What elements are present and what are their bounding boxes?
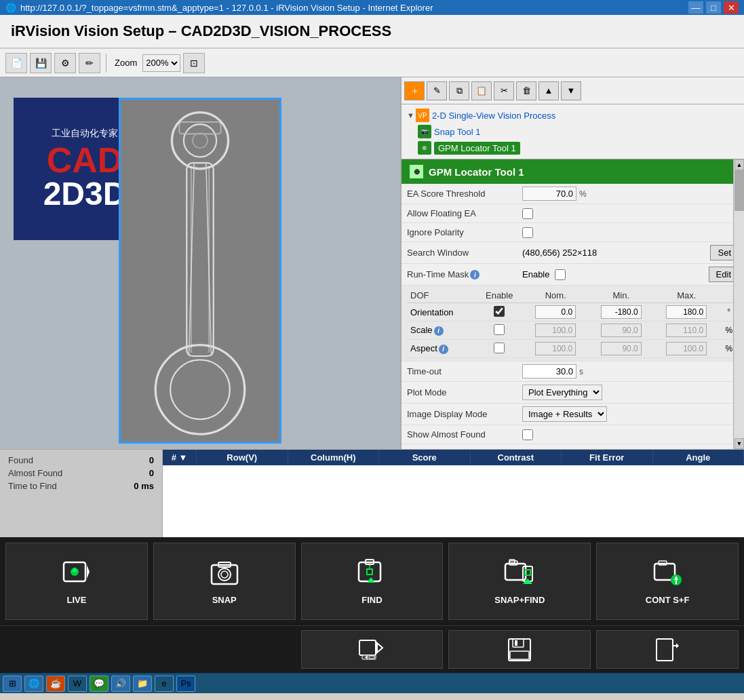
- minimize-button[interactable]: —: [688, 1, 703, 14]
- taskbar-ie[interactable]: e: [155, 676, 174, 692]
- image-panel: 工业自动化专家 CAD 2D3D: [0, 77, 400, 449]
- tree-vision-icon: VP: [416, 109, 429, 122]
- aspect-max-input[interactable]: 100.0: [666, 342, 707, 355]
- ea-score-unit: %: [579, 189, 587, 199]
- scale-checkbox[interactable]: [494, 324, 505, 335]
- time-value: 0 ms: [134, 481, 154, 491]
- timeout-label: Time-out: [407, 366, 522, 376]
- dof-col-header: DOF: [407, 288, 475, 303]
- close-button[interactable]: ✕: [724, 1, 739, 14]
- aspect-nom-input[interactable]: 100.0: [535, 342, 576, 355]
- live-icon: [61, 558, 92, 589]
- runtime-mask-checkbox[interactable]: [555, 269, 566, 280]
- empty-btn-1: [5, 630, 148, 669]
- timeout-value: 30.0 s: [522, 364, 739, 378]
- zoom-select[interactable]: 200% 50% 100% 150% 300% 400%: [142, 54, 180, 72]
- aspect-min-input[interactable]: 90.0: [601, 342, 642, 355]
- time-label: Time to Find: [8, 481, 57, 491]
- col-row: Row(V): [197, 450, 288, 465]
- image-display-select[interactable]: Image + Results Image Only Results Only: [522, 406, 607, 422]
- taskbar-java[interactable]: ☕: [46, 676, 65, 692]
- plot-mode-row: Plot Mode Plot Everything No Plot Plot F…: [402, 382, 744, 404]
- copy-button[interactable]: ⧉: [449, 81, 469, 100]
- taskbar-audio[interactable]: 🔊: [111, 676, 130, 692]
- snap-find-button[interactable]: SNAP+FIND: [448, 543, 591, 620]
- timeout-unit: s: [579, 367, 583, 376]
- scroll-thumb[interactable]: [735, 170, 744, 211]
- settings-button[interactable]: ⚙: [54, 53, 76, 73]
- tree-snap-icon: 📷: [418, 125, 431, 138]
- ignore-polarity-row: Ignore Polarity: [402, 223, 744, 242]
- svg-rect-41: [513, 639, 524, 647]
- timeout-input[interactable]: 30.0: [522, 364, 576, 378]
- aspect-checkbox[interactable]: [494, 343, 505, 353]
- cont-sf-icon: [652, 558, 683, 589]
- scroll-down-arrow[interactable]: ▼: [735, 438, 744, 449]
- new-button[interactable]: 📄: [5, 53, 27, 73]
- scale-label: Scalei: [407, 322, 475, 340]
- scroll-up-arrow[interactable]: ▲: [735, 159, 744, 170]
- orientation-label: Orientation: [407, 303, 475, 322]
- properties-scrollbar[interactable]: ▲ ▼: [733, 159, 744, 449]
- scale-min-input[interactable]: 90.0: [601, 324, 642, 337]
- extra-bottom-toolbar: [0, 625, 744, 673]
- taskbar-word[interactable]: W: [68, 676, 87, 692]
- ignore-polarity-checkbox[interactable]: [522, 227, 533, 238]
- cont-sf-button[interactable]: CONT S+F: [596, 543, 739, 620]
- allow-floating-ea-checkbox[interactable]: [522, 208, 533, 219]
- tree-gpm-item[interactable]: ⊕ GPM Locator Tool 1: [404, 140, 741, 156]
- ea-score-input[interactable]: 70.0: [522, 187, 576, 201]
- cut-button[interactable]: ✂: [494, 81, 514, 100]
- pointer-button[interactable]: ✏: [79, 53, 100, 73]
- live-button[interactable]: LIVE: [5, 543, 148, 620]
- move-up-button[interactable]: ▲: [539, 81, 559, 100]
- title-bar-text: http://127.0.0.1/?_toppage=vsfrmn.stm&_a…: [20, 3, 433, 13]
- taskbar-folder[interactable]: 📁: [133, 676, 152, 692]
- fit-button[interactable]: ⊡: [183, 53, 205, 73]
- found-value: 0: [149, 455, 154, 465]
- paste-button[interactable]: 📋: [471, 81, 492, 100]
- orientation-max-input[interactable]: 180.0: [666, 305, 707, 319]
- svg-point-3: [155, 345, 244, 434]
- delete-button[interactable]: 🗑: [516, 81, 536, 100]
- aspect-enable-cell: [475, 340, 523, 358]
- scale-max-input[interactable]: 110.0: [666, 324, 707, 337]
- plot-mode-select[interactable]: Plot Everything No Plot Plot Found: [522, 385, 602, 400]
- save-button[interactable]: 💾: [30, 53, 52, 73]
- taskbar-chrome[interactable]: 🌐: [24, 676, 43, 692]
- found-row: Found 0: [8, 455, 154, 465]
- col-contrast: Contrast: [471, 450, 562, 465]
- start-button[interactable]: ⊞: [3, 676, 22, 692]
- export-button[interactable]: [596, 630, 739, 669]
- runtime-mask-row: Run-Time Maski Enable Edit: [402, 264, 744, 286]
- taskbar-ps[interactable]: Ps: [176, 676, 195, 692]
- ea-score-value: 70.0 %: [522, 187, 739, 201]
- save-data-button[interactable]: [448, 630, 591, 669]
- orientation-max-cell: 180.0: [654, 303, 719, 322]
- move-down-button[interactable]: ▼: [561, 81, 581, 100]
- maximize-button[interactable]: □: [706, 1, 721, 14]
- svg-point-17: [218, 568, 231, 581]
- scale-nom-input[interactable]: 100.0: [535, 324, 576, 337]
- live-label: LIVE: [66, 595, 86, 605]
- search-window-label: Search Window: [407, 248, 522, 258]
- scale-nom-cell: 100.0: [523, 322, 588, 340]
- tree-collapse-arrow: ▼: [407, 111, 414, 119]
- tree-root-item[interactable]: ▼ VP 2-D Single-View Vision Process: [404, 107, 741, 123]
- find-button[interactable]: FIND: [301, 543, 444, 620]
- results-header: # ▼ Row(V) Column(H) Score Contrast Fit …: [163, 450, 744, 465]
- svg-point-4: [170, 359, 230, 419]
- orientation-checkbox[interactable]: [494, 306, 505, 317]
- orientation-nom-input[interactable]: 0.0: [535, 305, 576, 319]
- taskbar-wechat[interactable]: 💬: [90, 676, 109, 692]
- show-almost-found-checkbox[interactable]: [522, 429, 533, 440]
- aspect-row: Aspecti 100.0 90.0: [407, 340, 739, 358]
- rename-button[interactable]: ✎: [427, 81, 447, 100]
- play-record-button[interactable]: [301, 630, 444, 669]
- allow-floating-ea-label: Allow Floating EA: [407, 208, 522, 218]
- orientation-enable-cell: [475, 303, 523, 322]
- tree-snap-item[interactable]: 📷 Snap Tool 1: [404, 123, 741, 140]
- snap-button[interactable]: SNAP: [153, 543, 296, 620]
- add-tool-button[interactable]: ＋: [404, 81, 425, 100]
- orientation-min-input[interactable]: -180.0: [601, 305, 642, 319]
